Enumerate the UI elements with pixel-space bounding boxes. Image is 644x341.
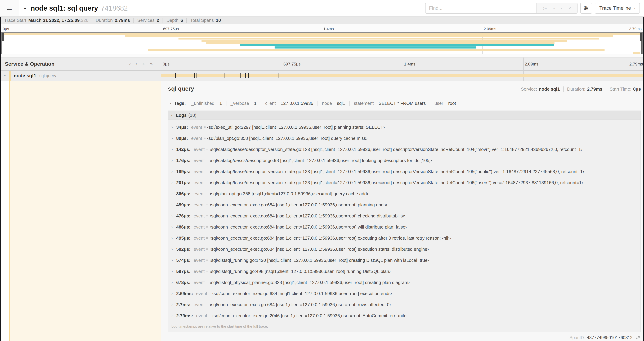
service-operation-header: Service & Operation › › » » bbox=[0, 58, 161, 70]
column-resize-grip[interactable] bbox=[158, 66, 160, 69]
span-row[interactable]: › node sql1 sql query bbox=[0, 71, 644, 81]
tags-accordion[interactable]: › Tags: _unfinished=1 _verbose=1 client=… bbox=[168, 101, 641, 106]
log-entry-row[interactable]: › 459μs: event = ‹sql/conn_executor_exec… bbox=[168, 199, 640, 210]
log-event-key: event bbox=[194, 258, 205, 263]
ruler-label: 2.79ms bbox=[629, 27, 642, 31]
log-event-value: ‹sql/distsql_running.go:1420 [nsql1,clie… bbox=[210, 258, 429, 263]
trace-minimap: 0μs 697.75μs 1.4ms 2.09ms 2.79ms bbox=[0, 24, 644, 57]
clear-search-icon[interactable]: × bbox=[568, 6, 571, 11]
trace-collapse-toggle[interactable]: › bbox=[24, 5, 26, 12]
log-event-key: event bbox=[194, 269, 205, 274]
log-event-value: ‹sql/catalog/descs/descriptor.go:98 [nsq… bbox=[210, 158, 432, 163]
next-result-icon[interactable]: › bbox=[559, 8, 564, 9]
log-entry-row[interactable]: › 142μs: event = ‹sql/catalog/lease/desc… bbox=[168, 144, 640, 155]
previous-result-icon[interactable]: › bbox=[551, 8, 556, 9]
log-entry-row[interactable]: › 486μs: event = ‹sql/conn_executor_exec… bbox=[168, 221, 640, 232]
log-entry-row[interactable]: › 176μs: event = ‹sql/catalog/descs/desc… bbox=[168, 155, 640, 166]
trace-summary-item: Trace StartMarch 31 2022, 17:25:09.326 bbox=[1, 18, 92, 23]
find-group: ◎ › › × bbox=[425, 3, 578, 14]
chevron-right-icon: › bbox=[172, 147, 173, 152]
log-entry-row[interactable]: › 2.79ms: event = ‹sql/conn_executor_exe… bbox=[168, 310, 640, 321]
window-right-edge bbox=[643, 17, 644, 341]
log-timestamp: 176μs: bbox=[176, 158, 190, 163]
chevron-right-icon: › bbox=[172, 258, 173, 263]
log-entry-row[interactable]: › 597μs: event = ‹sql/distsql_running.go… bbox=[168, 266, 640, 277]
logs-footer-note: Log timestamps are relative to the start… bbox=[168, 321, 640, 332]
log-equals: = bbox=[206, 258, 208, 262]
span-log-tick bbox=[245, 73, 246, 78]
collapse-all-icon[interactable]: » bbox=[141, 63, 146, 65]
log-entry-row[interactable]: › 80μs: event = ‹sql/plan_opt.go:358 [ns… bbox=[168, 133, 640, 144]
view-selector-button[interactable]: Trace Timeline › bbox=[595, 3, 640, 14]
minimap-span-bar bbox=[206, 42, 554, 44]
log-entry-row[interactable]: › 189μs: event = ‹sql/catalog/lease/desc… bbox=[168, 166, 640, 177]
log-entry-row[interactable]: › 366μs: event = ‹sql/plan_opt.go:358 [n… bbox=[168, 188, 640, 199]
expand-all-icon[interactable]: » bbox=[150, 61, 153, 67]
chevron-right-icon: › bbox=[172, 236, 173, 240]
chevron-right-icon: › bbox=[172, 169, 173, 174]
span-meta-item: Service:node sql1 bbox=[521, 87, 560, 92]
log-entry-row[interactable]: › 2.69ms: event = ‹sql/conn_executor_exe… bbox=[168, 288, 640, 299]
copy-link-icon[interactable] bbox=[636, 335, 640, 340]
log-equals: = bbox=[206, 147, 208, 152]
log-equals: = bbox=[204, 136, 206, 141]
minimap-span-bar bbox=[274, 47, 476, 49]
span-log-tick bbox=[196, 73, 196, 78]
span-log-tick bbox=[240, 73, 241, 78]
ruler-label: 1.4ms bbox=[403, 62, 415, 67]
log-event-value: ‹sql/distsql_physical_planner.go:828 [ns… bbox=[210, 280, 410, 285]
log-event-value: ‹sql/catalog/lease/descriptor_version_st… bbox=[210, 169, 584, 174]
chevron-down-icon: › bbox=[22, 7, 29, 9]
span-log-tick bbox=[247, 73, 247, 78]
span-duration-bar[interactable] bbox=[161, 74, 644, 77]
log-timestamp: 34μs: bbox=[176, 125, 188, 130]
span-detail-header: sql query Service:node sql1 Duration:2.7… bbox=[168, 85, 641, 92]
log-entry-row[interactable]: › 574μs: event = ‹sql/distsql_running.go… bbox=[168, 255, 640, 266]
minimap-span-bar bbox=[633, 52, 640, 54]
log-event-key: event bbox=[194, 224, 205, 230]
tags-label: Tags: bbox=[174, 101, 186, 106]
log-entry-row[interactable]: › 495μs: event = ‹sql/conn_executor_exec… bbox=[168, 232, 640, 244]
logs-accordion-header[interactable]: › Logs (18) bbox=[168, 111, 640, 120]
chevron-right-icon: › bbox=[172, 225, 173, 229]
log-entry-row[interactable]: › 502μs: event = ‹sql/conn_executor_exec… bbox=[168, 244, 640, 255]
span-children-collapse-icon[interactable]: › bbox=[2, 75, 8, 77]
ruler-label: 2.09ms bbox=[482, 27, 496, 31]
log-timestamp: 678μs: bbox=[176, 280, 190, 285]
locate-icon[interactable]: ◎ bbox=[543, 6, 547, 11]
chevron-right-icon: › bbox=[172, 291, 173, 296]
log-timestamp: 486μs: bbox=[176, 224, 190, 230]
span-detail-area: sql query Service:node sql1 Duration:2.7… bbox=[0, 81, 644, 341]
minimap-span-bar bbox=[240, 44, 554, 47]
find-input[interactable] bbox=[426, 3, 536, 13]
log-event-key: event bbox=[196, 291, 207, 296]
selected-span-highlight bbox=[10, 81, 161, 341]
log-equals: = bbox=[206, 214, 208, 218]
minimap-scrubber-handle[interactable] bbox=[3, 33, 3, 54]
log-entry-row[interactable]: › 678μs: event = ‹sql/distsql_physical_p… bbox=[168, 277, 640, 288]
log-event-value: ‹sql/conn_executor_exec.go:684 [nsql1,cl… bbox=[210, 235, 451, 241]
log-entry-row[interactable]: › 201μs: event = ‹sql/catalog/lease/desc… bbox=[168, 177, 640, 188]
log-timestamp: 502μs: bbox=[176, 247, 190, 252]
log-event-value: ‹sql/conn_executor_exec.go:684 [nsql1,cl… bbox=[210, 202, 387, 208]
trace-summary-item: Services2 bbox=[134, 18, 162, 23]
log-entry-row[interactable]: › 34μs: event = ‹sql/exec_util.go:2297 [… bbox=[168, 122, 640, 133]
span-id-label: SpanID: bbox=[570, 335, 585, 340]
log-timestamp: 189μs: bbox=[176, 169, 190, 174]
span-log-tick bbox=[224, 73, 225, 78]
back-button[interactable]: ← bbox=[0, 0, 19, 16]
minimap-canvas[interactable] bbox=[2, 32, 642, 54]
log-entry-row[interactable]: › 2.7ms: event = ‹sql/conn_executor_exec… bbox=[168, 299, 640, 310]
collapse-one-icon[interactable]: › bbox=[127, 63, 132, 65]
keyboard-shortcuts-button[interactable]: ⌘ bbox=[580, 3, 592, 14]
log-event-key: event bbox=[194, 235, 205, 241]
log-timestamp: 80μs: bbox=[176, 136, 188, 141]
log-event-key: event bbox=[194, 191, 205, 196]
log-timestamp: 2.79ms: bbox=[176, 313, 193, 318]
log-event-value: ‹sql/catalog/lease/descriptor_version_st… bbox=[210, 147, 582, 152]
expand-one-icon[interactable]: › bbox=[136, 61, 137, 67]
minimap-scrubber-handle[interactable] bbox=[641, 33, 642, 54]
tag-item: client=127.0.0.1:59936 bbox=[261, 101, 318, 106]
log-entry-row[interactable]: › 476μs: event = ‹sql/conn_executor_exec… bbox=[168, 210, 640, 221]
log-event-key: event bbox=[194, 169, 205, 174]
